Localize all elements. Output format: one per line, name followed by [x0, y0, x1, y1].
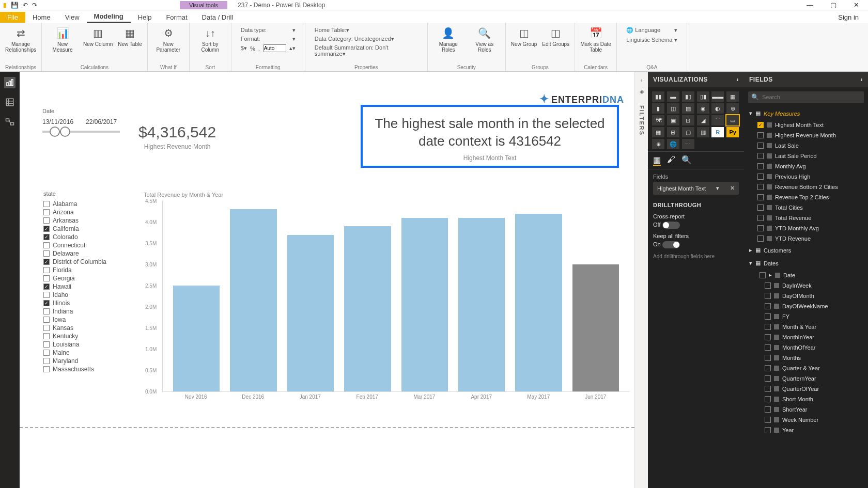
file-tab[interactable]: File — [0, 12, 25, 23]
checkbox-icon[interactable] — [43, 267, 50, 273]
field-item[interactable]: Short Month — [744, 394, 868, 404]
state-option[interactable]: ✓California — [43, 225, 131, 233]
report-canvas[interactable]: ENTERPRIDNA Date 13/11/2016 22/06/2017 $… — [20, 72, 634, 488]
slider-handle-end[interactable] — [60, 127, 70, 137]
comma-icon[interactable]: , — [258, 45, 260, 52]
state-option[interactable]: ✓Illinois — [43, 299, 131, 307]
checkbox-icon[interactable] — [765, 365, 771, 371]
checkbox-icon[interactable] — [43, 250, 50, 257]
checkbox-icon[interactable] — [757, 132, 764, 138]
bar[interactable] — [287, 235, 334, 391]
field-item[interactable]: YTD Monthly Avg — [744, 223, 868, 233]
checkbox-icon[interactable] — [43, 358, 50, 364]
field-item[interactable]: Last Sale — [744, 140, 868, 151]
checkbox-icon[interactable] — [43, 308, 50, 314]
checkbox-icon[interactable] — [43, 242, 50, 248]
checkbox-icon[interactable]: ✓ — [757, 122, 764, 128]
bar[interactable] — [230, 209, 276, 391]
tab-format[interactable]: Format — [159, 12, 194, 23]
field-item[interactable]: ShortYear — [744, 404, 868, 415]
manage-roles-button[interactable]: 👤Manage Roles — [432, 25, 465, 54]
viz-type-icon[interactable]: ▤ — [682, 103, 694, 114]
checkbox-icon[interactable] — [765, 386, 771, 392]
new-table-button[interactable]: ▦New Table — [117, 25, 143, 48]
checkbox-icon[interactable]: ✓ — [43, 259, 50, 265]
tab-home[interactable]: Home — [25, 12, 58, 23]
field-well[interactable]: Highest Month Text ▾ ✕ — [653, 182, 739, 195]
checkbox-icon[interactable] — [757, 194, 764, 200]
checkbox-icon[interactable] — [757, 204, 764, 211]
state-option[interactable]: Maryland — [43, 357, 131, 365]
date-range-slider[interactable] — [42, 131, 120, 133]
field-item[interactable]: ▸Date — [744, 270, 868, 280]
checkbox-icon[interactable] — [43, 366, 50, 372]
state-option[interactable]: Georgia — [43, 274, 131, 282]
checkbox-icon[interactable] — [43, 333, 50, 339]
field-item[interactable]: Previous High — [744, 171, 868, 182]
close-icon[interactable]: ✕ — [845, 1, 868, 9]
field-item[interactable]: YTD Revenue — [744, 233, 868, 244]
model-view-icon[interactable] — [4, 116, 16, 128]
currency-icon[interactable]: $▾ — [241, 45, 247, 52]
decimals-input[interactable] — [263, 44, 286, 52]
datatype-label[interactable]: Data type: — [241, 27, 267, 34]
chevron-right-icon[interactable]: › — [861, 76, 863, 83]
field-item[interactable]: DayOfMonth — [744, 291, 868, 301]
redo-icon[interactable]: ↷ — [32, 2, 37, 9]
checkbox-icon[interactable] — [43, 275, 50, 281]
bar[interactable] — [173, 286, 220, 391]
state-option[interactable]: ✓Hawaii — [43, 282, 131, 291]
checkbox-icon[interactable] — [757, 225, 764, 231]
sort-by-column-button[interactable]: ↓↑Sort by Column — [194, 25, 227, 54]
field-item[interactable]: MonthOfYear — [744, 342, 868, 353]
tab-view[interactable]: View — [58, 12, 87, 23]
checkbox-icon[interactable] — [757, 235, 764, 242]
viz-type-icon[interactable]: ▣ — [667, 115, 679, 125]
tab-datadrill[interactable]: Data / Drill — [195, 12, 241, 23]
viz-type-icon[interactable]: ▮▮ — [652, 91, 664, 102]
state-option[interactable]: Louisiana — [43, 340, 131, 349]
checkbox-icon[interactable] — [43, 209, 50, 215]
viz-type-icon[interactable]: ◢ — [697, 115, 709, 125]
highest-month-text-visual[interactable]: The highest sale month in the selected d… — [361, 105, 619, 168]
format-tab-icon[interactable]: 🖌 — [667, 155, 675, 166]
state-option[interactable]: Connecticut — [43, 241, 131, 249]
checkbox-icon[interactable]: ✓ — [43, 234, 50, 240]
checkbox-icon[interactable] — [757, 163, 764, 169]
view-as-roles-button[interactable]: 🔍View as Roles — [468, 25, 501, 54]
state-option[interactable]: Arizona — [43, 208, 131, 216]
state-option[interactable]: Kentucky — [43, 332, 131, 340]
checkbox-icon[interactable] — [765, 427, 771, 433]
new-parameter-button[interactable]: ⚙New Parameter — [152, 25, 185, 54]
field-item[interactable]: Highest Revenue Month — [744, 130, 868, 140]
tab-help[interactable]: Help — [131, 12, 159, 23]
viz-type-icon[interactable]: ⊚ — [726, 103, 739, 114]
viz-type-icon[interactable]: R — [711, 127, 724, 137]
field-item[interactable]: DayInWeek — [744, 280, 868, 291]
state-option[interactable]: Delaware — [43, 249, 131, 258]
field-item[interactable]: Last Sale Period — [744, 151, 868, 161]
field-item[interactable]: Year — [744, 425, 868, 435]
viz-type-icon[interactable]: ⋯ — [682, 139, 694, 149]
checkbox-icon[interactable] — [757, 184, 764, 190]
viz-type-icon[interactable]: ▢ — [682, 127, 694, 137]
slider-handle-start[interactable] — [50, 127, 60, 137]
checkbox-icon[interactable]: ✓ — [43, 300, 50, 306]
viz-type-icon[interactable]: ⌒ — [711, 115, 724, 125]
bar[interactable] — [344, 226, 391, 391]
collapse-icon[interactable]: ‹ — [641, 77, 643, 83]
save-icon[interactable]: 💾 — [11, 2, 19, 9]
percent-icon[interactable]: % — [250, 45, 255, 52]
checkbox-icon[interactable] — [765, 334, 771, 340]
checkbox-icon[interactable] — [765, 293, 771, 299]
chevron-down-icon[interactable]: ▾ — [716, 185, 719, 192]
home-table-label[interactable]: Home Table: — [315, 27, 347, 33]
drill-icon[interactable]: ◈ — [640, 88, 644, 95]
viz-type-icon[interactable]: 🌐 — [667, 139, 679, 149]
data-category-label[interactable]: Data Category: Uncategorized — [315, 36, 391, 42]
viz-type-icon[interactable]: Py — [726, 127, 739, 137]
checkbox-icon[interactable] — [43, 350, 50, 356]
checkbox-icon[interactable] — [765, 282, 771, 289]
fields-search[interactable]: 🔍 — [748, 91, 864, 103]
field-item[interactable]: Revenue Top 2 Cities — [744, 192, 868, 202]
